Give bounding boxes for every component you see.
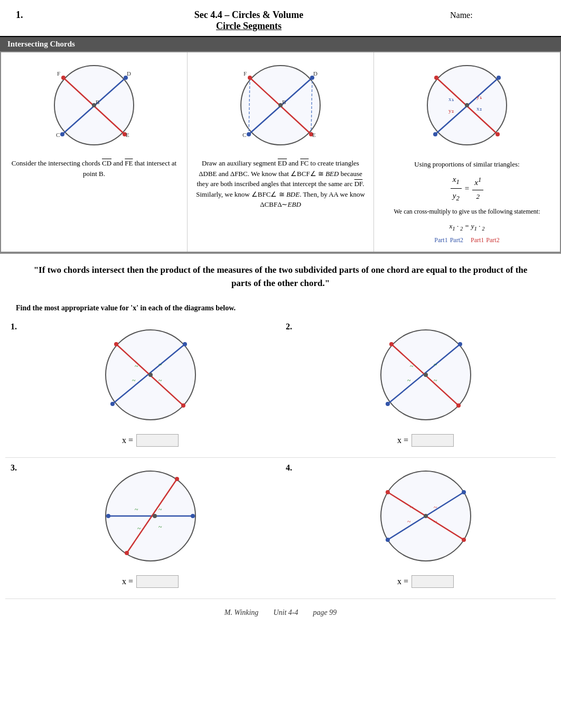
problem-3-answer-box[interactable] [136, 575, 179, 588]
problem-4: 4. ~ ~ [280, 458, 556, 599]
svg-text:B: B [96, 99, 99, 105]
svg-text:~: ~ [407, 518, 411, 526]
svg-point-55 [424, 373, 428, 377]
problem-2: 2. ~ ~ ~ [280, 317, 556, 458]
diagram-3: x₁ x₂ y₁ y₂ [419, 58, 515, 153]
svg-text:~: ~ [135, 363, 138, 370]
svg-text:~: ~ [158, 506, 162, 513]
svg-point-83 [386, 490, 390, 494]
problem-1-diagram: ~ ~ ~ ~ [98, 322, 203, 428]
svg-text:x₂: x₂ [476, 105, 482, 112]
page-footer: M. Winking Unit 4-4 page 99 [0, 599, 561, 622]
svg-text:C: C [56, 132, 60, 138]
top-content-area: C D E F B Consider the intersecting chor… [0, 51, 561, 253]
svg-point-82 [462, 538, 466, 542]
svg-point-32 [433, 132, 437, 136]
header-center: Sec 4.4 – Circles & Volume Circle Segmen… [48, 10, 450, 32]
problem-3-diagram: ~ ~ ~ ~ [98, 463, 203, 569]
svg-point-4 [60, 132, 64, 136]
svg-text:D: D [127, 70, 131, 77]
page-header: 1. Sec 4.4 – Circles & Volume Circle Seg… [0, 0, 561, 37]
problem-4-number: 4. [286, 463, 301, 473]
part-labels: Part1 Part2 Part1 Part2 [394, 235, 540, 246]
svg-text:~: ~ [410, 504, 414, 511]
svg-point-22 [248, 76, 252, 80]
problem-1-answer: x = [122, 434, 179, 447]
svg-text:~: ~ [407, 377, 411, 384]
svg-point-70 [125, 551, 129, 555]
svg-text:~: ~ [137, 525, 141, 532]
svg-text:B: B [282, 99, 286, 105]
svg-text:F: F [244, 70, 247, 77]
svg-point-59 [389, 342, 394, 346]
svg-point-33 [497, 76, 501, 80]
svg-point-79 [424, 514, 428, 518]
problem-4-diagram: ~ ~ ~ ~ [373, 463, 479, 569]
svg-text:~: ~ [410, 363, 414, 370]
problem-2-answer: x = [397, 434, 454, 447]
svg-point-31 [465, 103, 469, 107]
svg-text:y₁: y₁ [476, 94, 482, 100]
svg-point-45 [183, 342, 187, 346]
problem-2-diagram: ~ ~ ~ ~ [373, 322, 479, 428]
problem-3-answer: x = [122, 575, 179, 588]
svg-text:~: ~ [158, 523, 162, 531]
problem-3: 3. ~ ~ [5, 458, 280, 599]
svg-text:~: ~ [158, 361, 162, 368]
problem-1-answer-box[interactable] [136, 434, 179, 447]
svg-point-19 [247, 132, 251, 136]
header-number: 1. [16, 10, 48, 21]
svg-text:F: F [57, 70, 60, 77]
header-title-main: Sec 4.4 – Circles & Volume [48, 10, 450, 21]
svg-text:~: ~ [135, 506, 138, 513]
problem-2-content: ~ ~ ~ ~ x = [301, 322, 550, 447]
svg-text:E: E [126, 132, 129, 138]
svg-point-7 [61, 76, 66, 80]
svg-text:~: ~ [132, 377, 136, 384]
problem-1-content: ~ ~ ~ ~ x = [25, 322, 275, 447]
problem-1: 1. ~ ~ ~ [5, 317, 280, 458]
section-banner: Intersecting Chords [0, 37, 561, 51]
problem-2-number: 2. [286, 322, 301, 331]
panel-2: C D E F B Draw an auxiliary segment ED a… [188, 52, 374, 252]
panel-3: x₁ x₂ y₁ y₂ Using proportions of similar… [374, 52, 560, 252]
panel-3-math: Using proportions of similar triangles: … [394, 158, 540, 246]
svg-point-43 [148, 373, 153, 377]
problem-4-answer: x = [397, 575, 454, 588]
problem-1-number: 1. [11, 322, 25, 331]
svg-point-67 [153, 514, 157, 518]
svg-point-80 [386, 538, 390, 542]
svg-point-47 [114, 342, 118, 346]
problem-2-answer-box[interactable] [412, 434, 454, 447]
panel-1-caption: Consider the intersecting chords CD and … [6, 158, 182, 179]
problems-grid: 1. ~ ~ ~ [0, 317, 561, 599]
svg-text:C: C [242, 132, 246, 138]
svg-point-69 [191, 514, 195, 518]
svg-text:E: E [312, 132, 316, 138]
diagram-2: C D E F B [233, 58, 328, 153]
problem-4-answer-box[interactable] [412, 575, 454, 588]
svg-point-81 [462, 490, 466, 494]
panel-1: C D E F B Consider the intersecting chor… [1, 52, 188, 252]
svg-point-34 [495, 132, 500, 136]
instructions: Find the most appropriate value for 'x' … [0, 300, 561, 317]
svg-text:y₂: y₂ [448, 107, 454, 114]
svg-point-71 [175, 477, 179, 481]
svg-text:~: ~ [434, 504, 437, 511]
problem-4-content: ~ ~ ~ ~ x = [301, 463, 550, 588]
svg-point-56 [386, 402, 390, 406]
problem-3-content: ~ ~ ~ ~ x = [25, 463, 275, 588]
svg-text:~: ~ [158, 377, 162, 384]
diagram-1: C D E F B [46, 58, 142, 153]
header-title-sub: Circle Segments [48, 21, 450, 32]
svg-text:~: ~ [434, 377, 437, 384]
svg-point-44 [110, 402, 115, 406]
header-name: Name: [450, 10, 545, 20]
svg-text:~: ~ [434, 361, 437, 368]
quote-block: "If two chords intersect then the produc… [0, 253, 561, 300]
svg-point-35 [434, 76, 438, 80]
svg-text:x₁: x₁ [448, 96, 454, 102]
svg-point-68 [106, 514, 110, 518]
panel-2-caption: Draw an auxiliary segment ED and FC to c… [193, 158, 368, 210]
problem-3-number: 3. [11, 463, 25, 473]
